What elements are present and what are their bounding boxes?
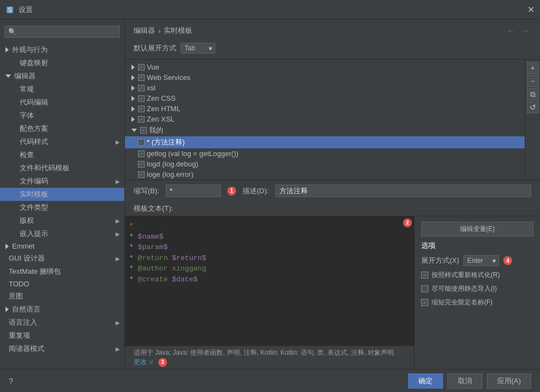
checkbox-zen-xsl[interactable] bbox=[138, 116, 145, 123]
tree-item-zen-xsl[interactable]: Zen XSL bbox=[125, 114, 525, 124]
sidebar-item-inspect[interactable]: 检查 bbox=[0, 148, 124, 162]
tree-item-web-services[interactable]: Web Services bbox=[125, 72, 525, 83]
sidebar-label: 常规 bbox=[20, 84, 34, 94]
ok-button[interactable]: 确定 bbox=[408, 373, 443, 389]
expand-icon bbox=[131, 85, 135, 91]
sidebar-label: 文件编码 bbox=[20, 176, 48, 186]
sidebar-item-font[interactable]: 字体 bbox=[0, 109, 124, 122]
expand-icon bbox=[131, 117, 135, 122]
sidebar-label: TextMate 捆绑包 bbox=[9, 267, 61, 276]
sidebar-item-natural-lang[interactable]: 自然语言 bbox=[0, 303, 124, 316]
sidebar-item-file-encoding[interactable]: 文件编码 ▶ bbox=[0, 175, 124, 188]
code-area[interactable]: * * $name$ * $param$ * @return $return$ … bbox=[125, 216, 414, 345]
window-title: 设置 bbox=[19, 5, 527, 15]
sidebar-label: 代码样式 bbox=[20, 137, 48, 147]
checkbox-zen-css[interactable] bbox=[138, 95, 145, 102]
sidebar-item-editor[interactable]: 编辑器 bbox=[0, 70, 124, 83]
sidebar-label: TODO bbox=[9, 280, 29, 288]
sidebar-label: 语言注入 bbox=[9, 318, 37, 327]
sidebar-item-file-code-template[interactable]: 文件和代码模板 bbox=[0, 162, 124, 175]
sidebar-item-todo[interactable]: TODO bbox=[0, 278, 124, 290]
cancel-button[interactable]: 取消 bbox=[447, 373, 482, 389]
template-editor: * * $name$ * $param$ * @return $return$ … bbox=[125, 216, 414, 369]
tree-item-getlog[interactable]: getlog (val log = getLogger()) bbox=[125, 148, 525, 159]
breadcrumb-part2: 实时模板 bbox=[164, 26, 192, 36]
add-template-button[interactable]: + bbox=[527, 62, 539, 74]
sidebar-item-emmet[interactable]: Emmet bbox=[0, 240, 124, 252]
sidebar-item-copyright[interactable]: 版权 ▶ bbox=[0, 214, 124, 227]
checkbox-my[interactable] bbox=[140, 127, 147, 134]
nav-arrows: ← → bbox=[505, 25, 531, 36]
tree-item-logd[interactable]: logd (log.debug) bbox=[125, 159, 525, 169]
static-import-label: 尽可能使用静态导入(I) bbox=[432, 284, 497, 293]
sidebar-item-code-style[interactable]: 代码样式 ▶ bbox=[0, 135, 124, 148]
reformat-row: 按照样式重新格式化(R) bbox=[421, 270, 533, 280]
sidebar-item-file-type[interactable]: 文件类型 bbox=[0, 201, 124, 214]
tree-item-loge[interactable]: loge (log.error) bbox=[125, 169, 525, 180]
default-expand-select[interactable]: Tab Enter Space bbox=[181, 43, 215, 54]
sidebar-item-lang-inject[interactable]: 语言注入 ▶ bbox=[0, 316, 124, 329]
copy-template-button[interactable]: ⧉ bbox=[527, 88, 539, 100]
checkbox-loge[interactable] bbox=[138, 171, 145, 178]
sidebar: 外观与行为 键盘映射 编辑器 常规 代码编辑 字体 配色方案 代码样式 bbox=[0, 20, 125, 369]
apply-button[interactable]: 应用(A) bbox=[487, 373, 531, 389]
sidebar-item-embed-hint[interactable]: 嵌入提示 ▶ bbox=[0, 227, 124, 240]
edit-vars-button[interactable]: 编辑变量(E) bbox=[421, 222, 533, 237]
sidebar-item-gui[interactable]: GUI 设计器 ▶ bbox=[0, 252, 124, 265]
nav-back-button[interactable]: ← bbox=[505, 25, 517, 36]
tree-item-my[interactable]: 我的 bbox=[125, 124, 525, 136]
sidebar-item-appearance[interactable]: 外观与行为 bbox=[0, 43, 124, 56]
remove-template-button[interactable]: − bbox=[527, 75, 539, 87]
checkbox-zen-html[interactable] bbox=[138, 106, 145, 112]
sidebar-item-keymap[interactable]: 键盘映射 bbox=[0, 56, 124, 70]
tree-label: Zen CSS bbox=[147, 94, 176, 102]
checkbox-xsl[interactable] bbox=[138, 85, 145, 91]
shorten-name-checkbox[interactable] bbox=[421, 299, 428, 306]
checkbox-method-comment[interactable] bbox=[138, 139, 145, 146]
breadcrumb-separator: › bbox=[158, 27, 160, 35]
sidebar-item-intent[interactable]: 意图 bbox=[0, 290, 124, 303]
undo-button[interactable]: ↺ bbox=[527, 101, 539, 113]
reformat-checkbox[interactable] bbox=[421, 272, 428, 279]
tree-item-xsl[interactable]: xsl bbox=[125, 83, 525, 93]
checkbox-logd[interactable] bbox=[138, 161, 145, 168]
checkbox-web-services[interactable] bbox=[138, 74, 145, 81]
sidebar-item-color-scheme[interactable]: 配色方案 bbox=[0, 122, 124, 135]
sidebar-item-textmate[interactable]: TextMate 捆绑包 bbox=[0, 265, 124, 278]
sidebar-label: 实时模板 bbox=[20, 189, 48, 199]
tree-label: logd (log.debug) bbox=[147, 160, 198, 168]
tree-item-vue[interactable]: Vue bbox=[125, 62, 525, 72]
sidebar-label: 外观与行为 bbox=[12, 45, 48, 55]
main-content: 外观与行为 键盘映射 编辑器 常规 代码编辑 字体 配色方案 代码样式 bbox=[0, 20, 540, 369]
sidebar-label: Emmet bbox=[12, 242, 35, 250]
static-import-checkbox[interactable] bbox=[421, 285, 428, 292]
has-children-icon: ▶ bbox=[116, 178, 120, 185]
sidebar-item-live-template[interactable]: 实时模板 bbox=[0, 188, 124, 201]
sidebar-item-repeat[interactable]: 重复项 bbox=[0, 329, 124, 342]
expand-icon bbox=[5, 47, 9, 53]
search-input[interactable] bbox=[4, 26, 120, 38]
checkbox-vue[interactable] bbox=[138, 64, 145, 71]
checkbox-getlog[interactable] bbox=[138, 151, 145, 157]
code-text: @author xinggang bbox=[138, 264, 206, 273]
more-link[interactable]: 更改 ∨ bbox=[134, 358, 154, 366]
nav-forward-button[interactable]: → bbox=[519, 25, 531, 36]
abbrev-badge: 1 bbox=[227, 187, 236, 195]
close-button[interactable]: ✕ bbox=[527, 4, 535, 15]
sidebar-item-common[interactable]: 常规 bbox=[0, 83, 124, 96]
app-icon: S bbox=[5, 5, 14, 14]
desc-input[interactable] bbox=[275, 185, 531, 197]
sidebar-item-code-edit[interactable]: 代码编辑 bbox=[0, 96, 124, 109]
default-expand-select-wrapper: Tab Enter Space bbox=[181, 43, 215, 54]
tree-item-zen-html[interactable]: Zen HTML bbox=[125, 103, 525, 114]
tree-item-zen-css[interactable]: Zen CSS bbox=[125, 93, 525, 103]
tree-label: 我的 bbox=[149, 125, 163, 135]
expand-mode-badge: 4 bbox=[503, 256, 512, 265]
expand-mode-select[interactable]: Enter Tab Space bbox=[463, 255, 499, 266]
tree-item-method-comment[interactable]: * (方法注释) bbox=[125, 136, 525, 148]
abbrev-input[interactable] bbox=[166, 185, 221, 197]
applicable-text: 适用于 Java; Java: 使用者函数, 声明, 注释, Kotlin; K… bbox=[134, 349, 396, 356]
sidebar-item-reader-mode[interactable]: 阅读器模式 ▶ bbox=[0, 342, 124, 355]
sidebar-label: 键盘映射 bbox=[20, 58, 48, 68]
help-button[interactable]: ? bbox=[9, 377, 13, 385]
